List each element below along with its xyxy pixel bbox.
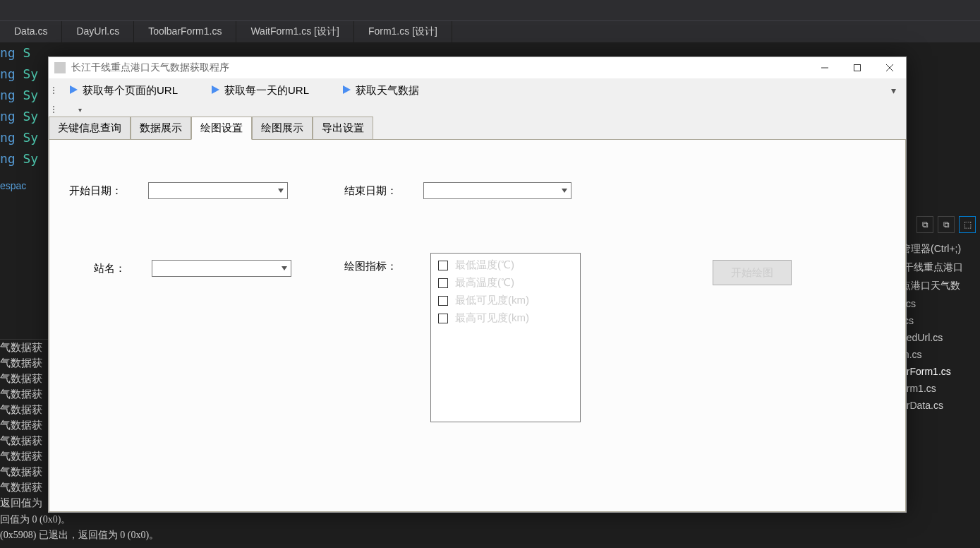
play-icon [210,85,220,97]
svg-marker-8 [562,189,567,193]
station-label: 站名： [88,262,131,275]
metric-item[interactable]: 最低可见度(km) [434,292,577,309]
svg-marker-9 [282,266,287,270]
tab-export[interactable]: 导出设置 [313,117,373,140]
view-icon[interactable]: ⧉ [917,216,933,233]
maximize-button[interactable] [841,57,873,78]
chevron-down-icon [558,183,571,198]
metric-item[interactable]: 最高温度(℃) [434,274,577,292]
ide-menubar [0,0,980,21]
metric-item[interactable]: 最低温度(℃) [434,256,577,274]
svg-marker-5 [212,85,219,94]
metric-checklist[interactable]: 最低温度(℃) 最高温度(℃) 最低可见度(km) 最高可见度(km) [430,253,581,422]
output-bottom: 回值为 0 (0x0)。 (0x5908) 已退出，返回值为 0 (0x0)。 [0,512,159,543]
svg-marker-4 [70,85,78,94]
tab-plot-settings[interactable]: 绘图设置 [191,117,252,140]
checkbox-icon[interactable] [438,261,448,270]
checkbox-icon[interactable] [438,278,448,288]
chevron-down-icon [278,261,291,276]
view-icon[interactable]: ⬚ [959,216,976,233]
tab-strip: 关键信息查询 数据展示 绘图设置 绘图展示 导出设置 [49,117,906,140]
play-icon [341,85,351,97]
window-title: 长江干线重点港口天气数据获取程序 [71,61,809,74]
ide-tab[interactable]: WaitForm1.cs [设计] [236,21,354,42]
tab-panel-plot-settings: 开始日期： 结束日期： 站名： 绘图指标： 最低温度(℃) 最高温度(℃) [49,139,906,512]
ide-tab[interactable]: Form1.cs [设计] [354,21,452,42]
toolbar-dropdown-icon[interactable]: ▾ [57,105,103,115]
ide-file-tabs: Data.cs DayUrl.cs ToolbarForm1.cs WaitFo… [0,21,980,42]
ide-code: ng S ng Sy ng Sy ng Sy ng Sy ng Sy espac [0,42,38,191]
station-field[interactable] [152,260,291,277]
svg-marker-7 [278,189,284,193]
titlebar[interactable]: 长江干线重点港口天气数据获取程序 [49,57,906,78]
ide-tab[interactable]: Data.cs [0,21,62,42]
solution-view-icons: ⧉ ⧉ ⬚ [912,212,980,237]
tab-key-info[interactable]: 关键信息查询 [49,117,131,140]
ide-tab[interactable]: DayUrl.cs [62,21,134,42]
toolbar-grip-icon[interactable] [53,82,57,99]
view-icon[interactable]: ⧉ [938,216,955,233]
play-icon [68,85,78,97]
toolbar: 获取每个页面的URL 获取每一天的URL 获取天气数据 ▾ [49,78,906,102]
start-date-label: 开始日期： [63,184,127,198]
minimize-button[interactable] [809,57,841,78]
fetch-weather-button[interactable]: 获取天气数据 [334,81,426,100]
svg-marker-6 [343,85,351,94]
checkbox-icon[interactable] [438,296,448,306]
app-icon [54,62,66,73]
start-date-field[interactable] [148,182,288,199]
fetch-page-urls-button[interactable]: 获取每个页面的URL [61,81,185,100]
toolbar-overflow-icon[interactable]: ▾ [885,82,902,99]
end-date-label: 结束日期： [339,184,402,198]
solution-explorer-partial: 管理器(Ctrl+;) [干线重点港口 点港口天气数 l.cs .cs nedU… [895,240,980,414]
winform-dialog: 长江干线重点港口天气数据获取程序 获取每个页面的URL 获取每一天的URL 获取… [48,56,907,513]
close-button[interactable] [873,57,906,78]
toolbar-row2: ▾ [49,102,906,117]
metric-item[interactable]: 最高可见度(km) [434,309,577,327]
start-plot-button[interactable]: 开始绘图 [713,260,792,285]
metric-label: 绘图指标： [339,260,402,273]
end-date-field[interactable] [423,182,571,199]
svg-rect-1 [854,65,861,71]
checkbox-icon[interactable] [438,314,448,323]
fetch-day-urls-button[interactable]: 获取每一天的URL [203,81,316,100]
ide-tab[interactable]: ToolbarForm1.cs [134,21,236,42]
tab-plot-view[interactable]: 绘图展示 [252,117,313,140]
tab-data-view[interactable]: 数据展示 [131,117,191,140]
chevron-down-icon [274,183,287,198]
